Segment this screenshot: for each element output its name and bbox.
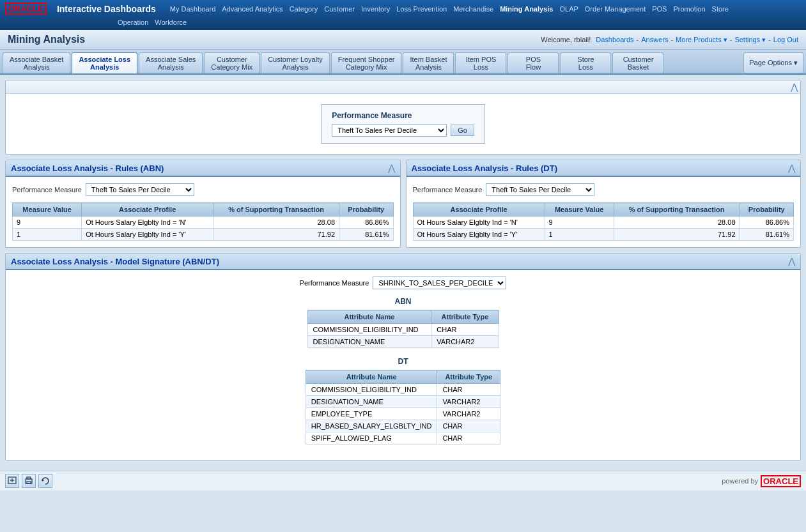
collapse-bar-top: ⋀ — [6, 80, 800, 94]
go-button[interactable]: Go — [451, 125, 474, 136]
nav-promotion[interactable]: Promotion — [670, 4, 708, 14]
tab-store-loss[interactable]: StoreLoss — [560, 52, 611, 73]
bottom-icon-refresh[interactable] — [38, 474, 52, 488]
svg-marker-6 — [42, 479, 44, 482]
table-row: DESIGNATION_NAME VARCHAR2 — [307, 336, 499, 348]
nav-customer[interactable]: Customer — [322, 4, 357, 14]
model-sig-pm-select[interactable]: SHRINK_TO_SALES_PER_DECILE THEFT_TO_SALE… — [373, 277, 506, 289]
tab-associate-loss-analysis[interactable]: Associate LossAnalysis — [72, 52, 137, 73]
abn-sub-table: Attribute Name Attribute Type COMMISSION… — [307, 310, 499, 348]
model-sig-header: Associate Loss Analysis - Model Signatur… — [6, 254, 800, 270]
table-row: DESIGNATION_NAME VARCHAR2 — [306, 396, 500, 408]
abn-profile-2: Ot Hours Salary Elgblty Ind = 'Y' — [82, 229, 213, 241]
dashboards-link[interactable]: Dashboards — [596, 36, 633, 43]
page-header: Mining Analysis Welcome, rbiaii! Dashboa… — [0, 30, 806, 50]
collapse-icon-top[interactable]: ⋀ — [791, 82, 798, 92]
dt-col-associate-profile: Associate Profile — [413, 203, 545, 217]
abn-collapse-icon[interactable]: ⋀ — [388, 163, 395, 173]
nav-mining-analysis[interactable]: Mining Analysis — [497, 4, 555, 14]
dt-measure-value-2: 1 — [545, 229, 614, 241]
nav-my-dashboard[interactable]: My Dashboard — [167, 4, 219, 14]
perf-panel-body: Performance Measure Theft To Sales Per D… — [6, 94, 800, 154]
dt-profile-2: Ot Hours Salary Elgblty Ind = 'Y' — [413, 229, 545, 241]
abn-sub-col-attr-type: Attribute Type — [431, 310, 499, 324]
dt-pm-label: Performance Measure — [413, 186, 483, 194]
nav-workforce[interactable]: Workforce — [152, 17, 189, 27]
dt-panel: Associate Loss Analysis - Rules (DT) ⋀ P… — [406, 160, 802, 248]
nav-loss-prevention[interactable]: Loss Prevention — [394, 4, 449, 14]
powered-by: powered by ORACLE — [722, 476, 801, 486]
abn-panel-header: Associate Loss Analysis - Rules (ABN) ⋀ — [6, 160, 400, 177]
main-content: ⋀ Performance Measure Theft To Sales Per… — [0, 75, 806, 471]
abn-sub-attr-name-1: COMMISSION_ELIGIBILITY_IND — [307, 324, 431, 336]
dt-sub-title: DT — [16, 357, 790, 366]
nav-order-management[interactable]: Order Management — [582, 4, 648, 14]
model-sig-collapse-icon[interactable]: ⋀ — [788, 256, 795, 266]
bottom-icon-print[interactable] — [22, 474, 36, 488]
tab-customer-loyalty-analysis[interactable]: Customer LoyaltyAnalysis — [261, 52, 330, 73]
dt-measure-value-1: 9 — [545, 217, 614, 229]
table-row: COMMISSION_ELIGIBILITY_IND CHAR — [307, 324, 499, 336]
oracle-text: ORACLE — [8, 4, 43, 13]
export-icon — [8, 476, 17, 485]
dt-table: Associate Profile Measure Value % of Sup… — [413, 202, 794, 241]
rules-panels-row: Associate Loss Analysis - Rules (ABN) ⋀ … — [5, 160, 801, 248]
tab-item-basket-analysis[interactable]: Item BasketAnalysis — [403, 52, 454, 73]
dt-sub-col-attr-type: Attribute Type — [437, 370, 500, 384]
nav-inventory[interactable]: Inventory — [359, 4, 392, 14]
nav-pos[interactable]: POS — [649, 4, 669, 14]
dt-panel-body: Performance Measure Theft To Sales Per D… — [407, 177, 801, 247]
bottom-icon-export[interactable] — [5, 474, 19, 488]
oracle-logo: ORACLE — [5, 3, 50, 15]
abn-sub-col-attr-name: Attribute Name — [307, 310, 431, 324]
abn-sub-section: ABN Attribute Name Attribute Type COMMIS… — [16, 297, 790, 348]
dt-sub-table: Attribute Name Attribute Type COMMISSION… — [306, 370, 500, 445]
abn-measure-value-1: 9 — [13, 217, 82, 229]
abn-panel-title: Associate Loss Analysis - Rules (ABN) — [11, 163, 164, 173]
nav-olap[interactable]: OLAP — [557, 4, 580, 14]
abn-sub-title: ABN — [16, 297, 790, 306]
dt-sub-attr-name-1: COMMISSION_ELIGIBILITY_IND — [306, 384, 437, 396]
dt-sub-col-attr-name: Attribute Name — [306, 370, 437, 384]
dt-col-pct-support: % of Supporting Transaction — [614, 203, 740, 217]
nav-merchandise[interactable]: Merchandise — [451, 4, 496, 14]
dt-pm-select[interactable]: Theft To Sales Per Decile Shrink To Sale… — [486, 183, 594, 196]
dt-sub-attr-name-3: EMPLOYEE_TYPE — [306, 408, 437, 420]
tab-associate-sales-analysis[interactable]: Associate SalesAnalysis — [139, 52, 203, 73]
nav-category[interactable]: Category — [287, 4, 321, 14]
abn-pct-2: 71.92 — [213, 229, 339, 241]
tab-frequent-shopper[interactable]: Frequent ShopperCategory Mix — [331, 52, 402, 73]
tab-customer-category-mix[interactable]: CustomerCategory Mix — [204, 52, 260, 73]
settings-link[interactable]: Settings ▾ — [734, 36, 766, 44]
app-title: Interactive Dashboards — [57, 4, 156, 14]
answers-link[interactable]: Answers — [641, 36, 668, 43]
dt-collapse-icon[interactable]: ⋀ — [788, 163, 795, 173]
dt-sub-attr-name-2: DESIGNATION_NAME — [306, 396, 437, 408]
tab-item-pos-loss[interactable]: Item POSLoss — [455, 52, 506, 73]
bottom-bar: powered by ORACLE — [0, 471, 806, 490]
refresh-icon — [41, 476, 50, 485]
model-sig-title: Associate Loss Analysis - Model Signatur… — [11, 257, 219, 266]
nav-operation[interactable]: Operation — [115, 17, 151, 27]
tab-pos-flow[interactable]: POSFlow — [508, 52, 559, 73]
abn-pm-select[interactable]: Theft To Sales Per Decile Shrink To Sale… — [86, 183, 194, 196]
dt-panel-header: Associate Loss Analysis - Rules (DT) ⋀ — [407, 160, 801, 177]
dt-sub-attr-type-2: VARCHAR2 — [437, 396, 500, 408]
table-row: EMPLOYEE_TYPE VARCHAR2 — [306, 408, 500, 420]
table-row: Ot Hours Salary Elgblty Ind = 'Y' 1 71.9… — [413, 229, 794, 241]
table-row: 1 Ot Hours Salary Elgblty Ind = 'Y' 71.9… — [13, 229, 394, 241]
abn-sub-attr-name-2: DESIGNATION_NAME — [307, 336, 431, 348]
tab-customer-basket[interactable]: CustomerBasket — [612, 52, 663, 73]
welcome-text: Welcome, rbiaii! — [541, 36, 591, 43]
nav-advanced-analytics[interactable]: Advanced Analytics — [219, 4, 285, 14]
tab-associate-basket-analysis[interactable]: Associate BasketAnalysis — [3, 52, 70, 73]
nav-store[interactable]: Store — [709, 4, 731, 14]
table-row: HR_BASED_SALARY_ELGBLTY_IND CHAR — [306, 420, 500, 432]
logout-link[interactable]: Log Out — [773, 36, 798, 43]
dt-sub-attr-type-5: CHAR — [437, 432, 500, 445]
table-row: 9 Ot Hours Salary Elgblty Ind = 'N' 28.0… — [13, 217, 394, 229]
tabs-container: Associate BasketAnalysis Associate LossA… — [0, 50, 806, 75]
page-options-button[interactable]: Page Options ▾ — [743, 52, 803, 73]
perf-measure-select[interactable]: Theft To Sales Per Decile Shrink To Sale… — [332, 124, 447, 137]
more-products-link[interactable]: More Products ▾ — [676, 36, 727, 44]
